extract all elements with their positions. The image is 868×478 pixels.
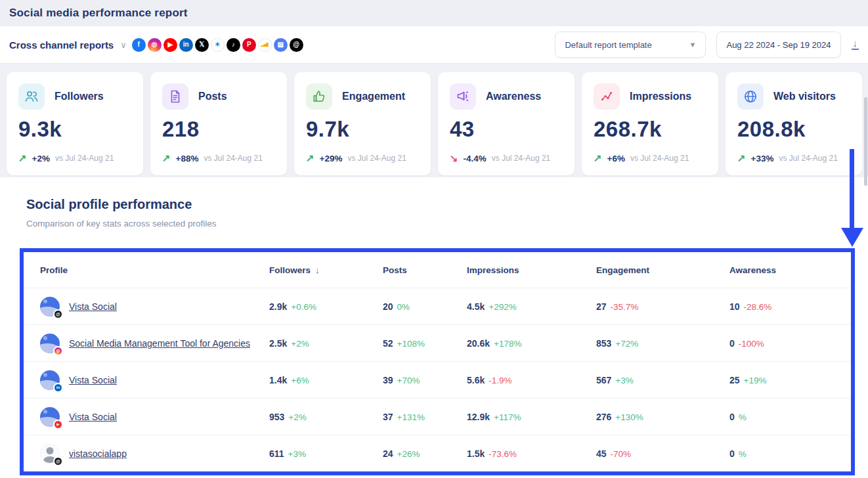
linkedin-icon[interactable]: in (179, 38, 193, 52)
awareness-delta: +19% (744, 376, 767, 385)
profile-avatar: @ (40, 297, 60, 316)
report-toolbar: Cross channel reports ∨ f◎▶in𝕏✶♪P▂▅█▤@ D… (0, 26, 868, 64)
followers-cell: 2.9k+0.6% (269, 301, 383, 312)
profile-avatar: @ (40, 444, 60, 464)
stat-card-label: Impressions (630, 91, 691, 102)
awareness-icon (450, 83, 476, 110)
followers-value: 611 (269, 448, 284, 459)
profile-cell: inVista Social (40, 370, 269, 390)
threads-icon[interactable]: @ (290, 38, 303, 52)
profile-cell: ◎Social Media Management Tool for Agenci… (40, 334, 269, 353)
table-row: ◎Social Media Management Tool for Agenci… (24, 324, 851, 361)
followers-value: 2.5k (269, 338, 287, 349)
impressions-delta: -1.9% (488, 376, 511, 385)
report-template-value: Default report template (565, 40, 651, 50)
column-header-engagement[interactable]: Engagement (596, 265, 729, 275)
awareness-value: 0 (729, 412, 735, 422)
awareness-value: 0 (729, 338, 735, 349)
table-body: @Vista Social2.9k+0.6%200%4.5k+292%27-35… (24, 288, 851, 471)
engagement-value: 853 (596, 338, 611, 349)
engagement-delta: -70% (611, 449, 632, 459)
profile-avatar: ▶ (40, 407, 60, 427)
tiktok-icon[interactable]: ♪ (227, 38, 240, 52)
stat-card-label: Posts (198, 91, 227, 102)
download-icon[interactable]: ↓ (852, 39, 859, 50)
profile-link[interactable]: Social Media Management Tool for Agencie… (69, 338, 250, 349)
channel-icons: f◎▶in𝕏✶♪P▂▅█▤@ (132, 38, 303, 52)
cross-channel-reports-label[interactable]: Cross channel reports (9, 39, 114, 51)
awareness-cell: 10-28.6% (729, 301, 851, 312)
profile-link[interactable]: Vista Social (69, 412, 117, 422)
youtube-icon[interactable]: ▶ (163, 38, 177, 52)
youtube-badge-icon: ▶ (53, 420, 63, 429)
chevron-down-icon[interactable]: ∨ (120, 40, 127, 50)
impressions-delta: +117% (494, 412, 521, 422)
followers-cell: 2.5k+2% (269, 338, 383, 349)
profile-link[interactable]: Vista Social (69, 375, 117, 385)
trend-up-icon: ↗ (306, 152, 315, 164)
impressions-value: 5.6k (467, 375, 485, 385)
stat-card-value: 9.7k (306, 117, 419, 142)
engagement-value: 567 (596, 375, 611, 385)
blogger-icon[interactable]: ▤ (274, 38, 288, 52)
column-header-profile[interactable]: Profile (40, 265, 269, 275)
stat-card-delta: +6% (607, 154, 625, 163)
vertical-scrollbar[interactable] (864, 97, 867, 186)
awareness-delta: -28.6% (744, 302, 772, 312)
report-template-select[interactable]: Default report template ▼ (555, 32, 706, 58)
profile-avatar: ◎ (40, 334, 60, 353)
awareness-cell: 25+19% (729, 375, 851, 385)
posts-cell: 37+131% (383, 412, 467, 422)
awareness-delta: -100% (739, 339, 764, 349)
annotation-arrow-head-icon (841, 228, 863, 247)
awareness-cell: 0% (729, 412, 851, 422)
x-icon[interactable]: 𝕏 (195, 38, 209, 52)
impressions-cell: 1.5k-73.6% (467, 448, 596, 459)
stat-card-value: 208.8k (737, 117, 850, 142)
posts-icon (162, 83, 188, 110)
stat-card-delta: -4.4% (464, 154, 487, 163)
profile-link[interactable]: vistasocialapp (69, 448, 127, 459)
followers-cell: 953+2% (269, 412, 383, 422)
profile-link[interactable]: Vista Social (69, 301, 117, 312)
followers-cell: 1.4k+6% (269, 375, 383, 385)
stat-card-label: Followers (54, 91, 104, 102)
awareness-value: 0 (729, 448, 735, 459)
column-header-followers[interactable]: Followers↓ (269, 265, 383, 275)
stat-card-delta: +33% (751, 154, 774, 163)
stat-card-footer: ↗+33%vs Jul 24-Aug 21 (737, 152, 850, 164)
column-header-impressions[interactable]: Impressions (467, 265, 596, 275)
engagement-value: 276 (596, 412, 611, 422)
column-header-posts[interactable]: Posts (383, 265, 467, 275)
stat-card-footer: ↘-4.4%vs Jul 24-Aug 21 (450, 152, 563, 164)
stat-card-footer: ↗+29%vs Jul 24-Aug 21 (306, 152, 419, 164)
pinterest-icon[interactable]: P (242, 38, 256, 52)
posts-cell: 39+70% (383, 375, 467, 385)
threads-badge-icon: @ (53, 456, 63, 466)
awareness-value: 25 (729, 375, 740, 385)
instagram-icon[interactable]: ◎ (148, 38, 162, 52)
stat-card-footer: ↗+88%vs Jul 24-Aug 21 (162, 152, 275, 164)
stat-card-value: 43 (450, 117, 563, 142)
stat-card-compare: vs Jul 24-Aug 21 (779, 154, 837, 163)
stat-card-label: Awareness (486, 91, 541, 102)
impressions-value: 20.6k (467, 338, 490, 349)
stat-card-value: 9.3k (18, 117, 131, 142)
facebook-icon[interactable]: f (132, 38, 146, 52)
impressions-value: 4.5k (467, 301, 485, 312)
threads-badge-icon: @ (53, 309, 63, 319)
table-header-row: Profile Followers↓ Posts Impressions Eng… (24, 252, 851, 288)
table-row: ▶Vista Social953+2%37+131%12.9k+117%276+… (24, 398, 851, 435)
stat-card-awareness: Awareness43↘-4.4%vs Jul 24-Aug 21 (438, 72, 575, 175)
linkedin-badge-icon: in (53, 383, 63, 393)
select-chevron-down-icon: ▼ (689, 41, 697, 49)
stat-card-footer: ↗+6%vs Jul 24-Aug 21 (594, 152, 706, 164)
google-analytics-icon[interactable]: ▂▅█ (258, 38, 272, 52)
stat-cards-row: Followers9.3k↗+2%vs Jul 24-Aug 21Posts21… (0, 64, 868, 175)
engagement-delta: +3% (615, 376, 633, 385)
stat-card-footer: ↗+2%vs Jul 24-Aug 21 (18, 152, 131, 164)
bluesky-icon[interactable]: ✶ (211, 38, 225, 52)
column-header-awareness[interactable]: Awareness (729, 265, 851, 275)
date-range-value: Aug 22 2024 - Sep 19 2024 (726, 40, 831, 50)
date-range-picker[interactable]: Aug 22 2024 - Sep 19 2024 (716, 32, 840, 58)
